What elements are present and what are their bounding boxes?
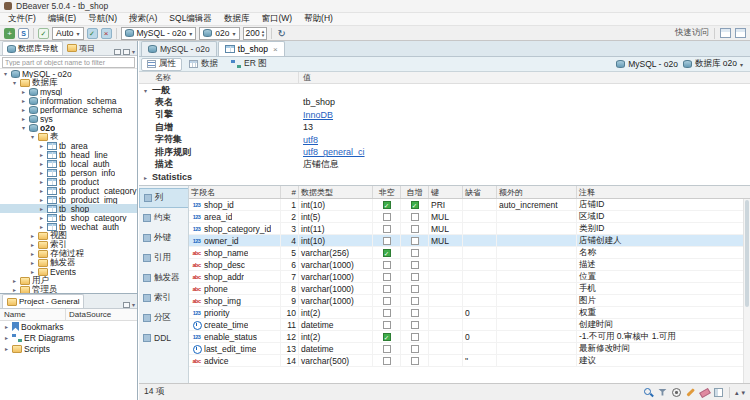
grid-header[interactable]: 数据类型: [299, 186, 373, 198]
grid-header[interactable]: 注释: [577, 186, 750, 198]
cell-comment[interactable]: 权重: [577, 307, 750, 318]
menu-item[interactable]: 搜索(A): [123, 13, 163, 25]
notnull-checkbox[interactable]: [383, 261, 391, 269]
cell-notnull[interactable]: [373, 331, 401, 342]
grid-scrollbar[interactable]: [743, 199, 750, 383]
cell-datatype[interactable]: int(5): [299, 211, 373, 222]
notnull-checkbox[interactable]: [383, 237, 391, 245]
autoincrement-checkbox[interactable]: [411, 249, 419, 257]
quick-access-label[interactable]: 快速访问: [675, 27, 709, 39]
cell-autoincrement[interactable]: [401, 211, 429, 222]
tree-item[interactable]: 触发器: [0, 258, 137, 267]
cell-ordinal[interactable]: 2: [281, 211, 299, 222]
column-row[interactable]: advice 14 varchar(500) '' 建议: [189, 355, 750, 367]
column-row[interactable]: last_edit_time 13 datetime 最新修改时间: [189, 343, 750, 355]
column-row[interactable]: priority 10 int(2) 0 权重: [189, 307, 750, 319]
expander-icon[interactable]: [38, 196, 45, 203]
cell-comment[interactable]: 描述: [577, 259, 750, 270]
column-row[interactable]: shop_category_id 3 int(11) MUL 类别ID: [189, 223, 750, 235]
cell-column-name[interactable]: enable_status: [189, 331, 281, 342]
navigator-filter-input[interactable]: [2, 57, 135, 68]
tree-item[interactable]: 存储过程: [0, 249, 137, 258]
cell-datatype[interactable]: varchar(1000): [299, 271, 373, 282]
menu-item[interactable]: 数据库: [218, 13, 256, 25]
editor-subtab[interactable]: 属性: [141, 58, 182, 71]
tree-item[interactable]: mysql: [0, 87, 137, 96]
cell-datatype[interactable]: datetime: [299, 319, 373, 330]
expander-icon[interactable]: [2, 70, 9, 77]
cell-comment[interactable]: 创建时间: [577, 319, 750, 330]
cell-column-name[interactable]: shop_name: [189, 247, 281, 258]
edit-icon[interactable]: [685, 387, 696, 398]
new-connection-icon[interactable]: [4, 28, 15, 39]
cell-extra[interactable]: [497, 307, 577, 318]
cell-column-name[interactable]: owner_id: [189, 235, 281, 246]
autoincrement-checkbox[interactable]: [411, 321, 419, 329]
expander-icon[interactable]: [11, 277, 18, 284]
cell-autoincrement[interactable]: [401, 223, 429, 234]
tree-item[interactable]: tb_head_line: [0, 150, 137, 159]
notnull-checkbox[interactable]: [383, 333, 391, 341]
notnull-checkbox[interactable]: [383, 357, 391, 365]
cell-comment[interactable]: 类别ID: [577, 223, 750, 234]
close-icon[interactable]: ×: [273, 45, 278, 54]
minimize-panel-icon[interactable]: [123, 302, 130, 308]
expander-icon[interactable]: [142, 87, 149, 94]
column-row[interactable]: create_time 11 datetime 创建时间: [189, 319, 750, 331]
autoincrement-checkbox[interactable]: [411, 333, 419, 341]
cell-key[interactable]: [429, 307, 463, 318]
expander-icon[interactable]: [29, 259, 36, 266]
notnull-checkbox[interactable]: [383, 201, 391, 209]
column-row[interactable]: shop_id 1 int(10) PRI auto_increment 店铺I…: [189, 199, 750, 211]
cell-autoincrement[interactable]: [401, 247, 429, 258]
expander-icon[interactable]: [29, 133, 36, 140]
side-tab[interactable]: 列: [139, 188, 188, 208]
cell-extra[interactable]: [497, 211, 577, 222]
menu-item[interactable]: 编辑(E): [42, 13, 82, 25]
tree-item[interactable]: tb_person_info: [0, 168, 137, 177]
grid-header[interactable]: #: [281, 186, 299, 198]
property-row[interactable]: 自增 13: [139, 121, 750, 134]
delete-icon[interactable]: [699, 387, 710, 398]
cell-ordinal[interactable]: 14: [281, 355, 299, 366]
property-value[interactable]: tb_shop: [299, 97, 750, 107]
grid-header[interactable]: 非空: [373, 186, 401, 198]
expander-icon[interactable]: [38, 160, 45, 167]
cell-datatype[interactable]: varchar(256): [299, 247, 373, 258]
cell-comment[interactable]: 店铺创建人: [577, 235, 750, 246]
cell-ordinal[interactable]: 13: [281, 343, 299, 354]
tree-item[interactable]: information_schema: [0, 96, 137, 105]
dba-perspective-icon[interactable]: [720, 28, 731, 38]
cell-datatype[interactable]: int(2): [299, 307, 373, 318]
tree-item[interactable]: 索引: [0, 240, 137, 249]
tree-item[interactable]: tb_shop_category: [0, 213, 137, 222]
grid-header[interactable]: 额外的: [497, 186, 577, 198]
menu-item[interactable]: 导航(N): [82, 13, 123, 25]
notnull-checkbox[interactable]: [383, 285, 391, 293]
cell-extra[interactable]: [497, 235, 577, 246]
tree-item[interactable]: 视图: [0, 231, 137, 240]
autoincrement-checkbox[interactable]: [411, 345, 419, 353]
expander-icon[interactable]: [29, 268, 36, 275]
cell-ordinal[interactable]: 12: [281, 331, 299, 342]
tab-projects[interactable]: 项目: [63, 41, 99, 55]
autoincrement-checkbox[interactable]: [411, 273, 419, 281]
cell-autoincrement[interactable]: [401, 331, 429, 342]
tree-item[interactable]: tb_local_auth: [0, 159, 137, 168]
expander-icon[interactable]: [3, 323, 10, 330]
cell-notnull[interactable]: [373, 247, 401, 258]
cell-ordinal[interactable]: 11: [281, 319, 299, 330]
cell-default[interactable]: [463, 235, 497, 246]
cell-key[interactable]: [429, 283, 463, 294]
expander-icon[interactable]: [11, 286, 18, 293]
tree-item[interactable]: tb_wechat_auth: [0, 222, 137, 231]
cell-extra[interactable]: [497, 343, 577, 354]
tree-item[interactable]: performance_schema: [0, 105, 137, 114]
side-tab[interactable]: 触发器: [139, 268, 188, 288]
expander-icon[interactable]: [38, 223, 45, 230]
cell-notnull[interactable]: [373, 211, 401, 222]
tree-item[interactable]: 用户: [0, 276, 137, 285]
expander-icon[interactable]: [20, 97, 27, 104]
expander-icon[interactable]: [29, 232, 36, 239]
side-tab[interactable]: 分区: [139, 308, 188, 328]
